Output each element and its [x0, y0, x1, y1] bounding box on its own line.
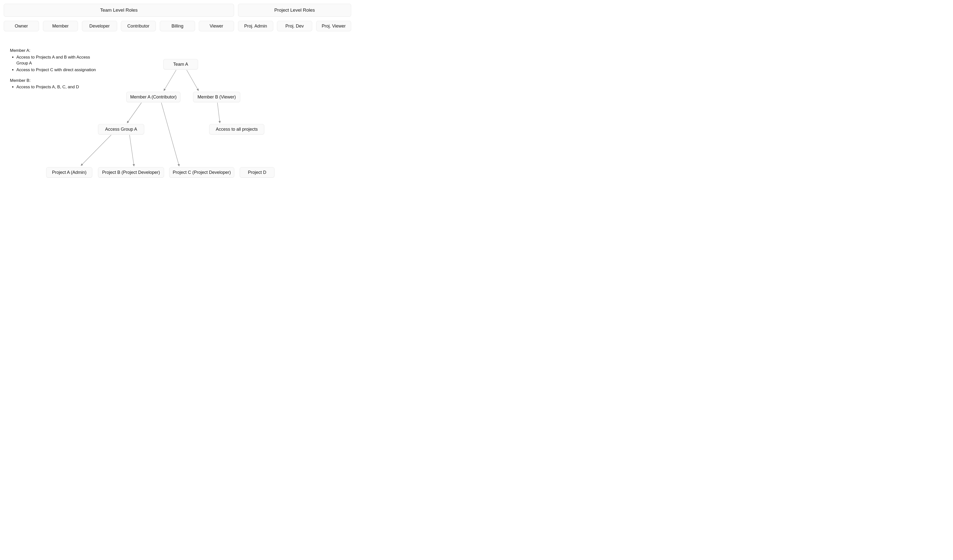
notes-block: Member A: Access to Projects A and B wit… — [10, 48, 104, 95]
node-access-all-projects: Access to all projects — [209, 124, 264, 135]
node-project-b-label: Project B (Project Developer) — [102, 170, 160, 175]
node-member-b-label: Member B (Viewer) — [197, 94, 236, 100]
node-project-a-label: Project A (Admin) — [52, 170, 86, 175]
member-b-bullet-1: Access to Projects A, B, C, and D — [16, 84, 104, 90]
member-b-list: Access to Projects A, B, C, and D — [10, 84, 104, 90]
role-viewer: Viewer — [199, 21, 234, 31]
node-access-all-projects-label: Access to all projects — [216, 127, 258, 132]
edge-member-b-to-access-all — [217, 103, 220, 123]
node-access-group-a: Access Group A — [98, 124, 144, 135]
edges-layer — [0, 0, 357, 210]
role-proj-dev-label: Proj. Dev — [286, 23, 304, 29]
node-team-a-label: Team A — [173, 62, 188, 67]
edge-member-a-to-access-group — [127, 103, 141, 123]
node-team-a: Team A — [163, 59, 198, 70]
project-level-roles-label: Project Level Roles — [274, 8, 315, 13]
edge-team-to-member-b — [187, 70, 199, 91]
team-level-roles-label: Team Level Roles — [100, 8, 138, 13]
member-b-title: Member B: — [10, 77, 104, 84]
role-developer-label: Developer — [89, 23, 110, 29]
member-a-list: Access to Projects A and B with Access G… — [10, 54, 104, 73]
role-proj-viewer-label: Proj. Viewer — [321, 23, 346, 29]
role-proj-admin-label: Proj. Admin — [244, 23, 267, 29]
node-project-b: Project B (Project Developer) — [98, 167, 164, 178]
role-contributor-label: Contributor — [127, 23, 149, 29]
role-proj-admin: Proj. Admin — [238, 21, 273, 31]
node-access-group-a-label: Access Group A — [105, 127, 137, 132]
team-level-roles-header: Team Level Roles — [4, 4, 234, 17]
role-proj-viewer: Proj. Viewer — [316, 21, 351, 31]
node-member-b: Member B (Viewer) — [193, 92, 240, 102]
role-viewer-label: Viewer — [210, 23, 224, 29]
member-a-bullet-2: Access to Project C with direct assignat… — [16, 67, 104, 73]
member-a-bullet-1: Access to Projects A and B with Access G… — [16, 54, 96, 67]
edge-member-a-to-project-c — [161, 103, 179, 166]
edge-access-group-to-project-a — [81, 135, 111, 166]
node-project-c-label: Project C (Project Developer) — [173, 170, 231, 175]
node-project-c: Project C (Project Developer) — [169, 167, 234, 178]
project-level-roles-header: Project Level Roles — [238, 4, 351, 17]
node-project-a: Project A (Admin) — [46, 167, 92, 178]
role-billing: Billing — [160, 21, 195, 31]
node-member-a-label: Member A (Contributor) — [130, 94, 177, 100]
edge-access-group-to-project-b — [130, 135, 134, 166]
role-proj-dev: Proj. Dev — [277, 21, 312, 31]
node-member-a: Member A (Contributor) — [126, 92, 180, 102]
role-developer: Developer — [82, 21, 117, 31]
node-project-d-label: Project D — [248, 170, 266, 175]
member-a-title: Member A: — [10, 48, 104, 54]
edge-team-to-member-a — [164, 70, 176, 91]
role-member-label: Member — [52, 23, 68, 29]
role-owner: Owner — [4, 21, 39, 31]
role-billing-label: Billing — [171, 23, 183, 29]
role-owner-label: Owner — [15, 23, 28, 29]
role-contributor: Contributor — [121, 21, 156, 31]
node-project-d: Project D — [240, 167, 275, 178]
role-member: Member — [43, 21, 78, 31]
